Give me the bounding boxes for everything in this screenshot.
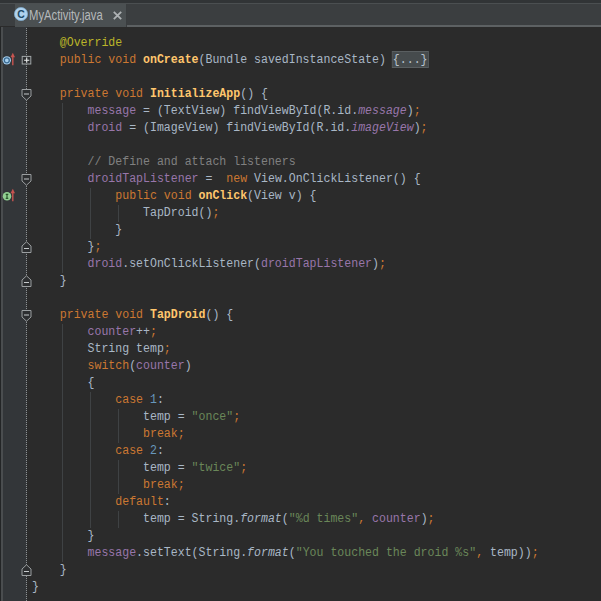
svg-text:C: C: [17, 8, 25, 20]
